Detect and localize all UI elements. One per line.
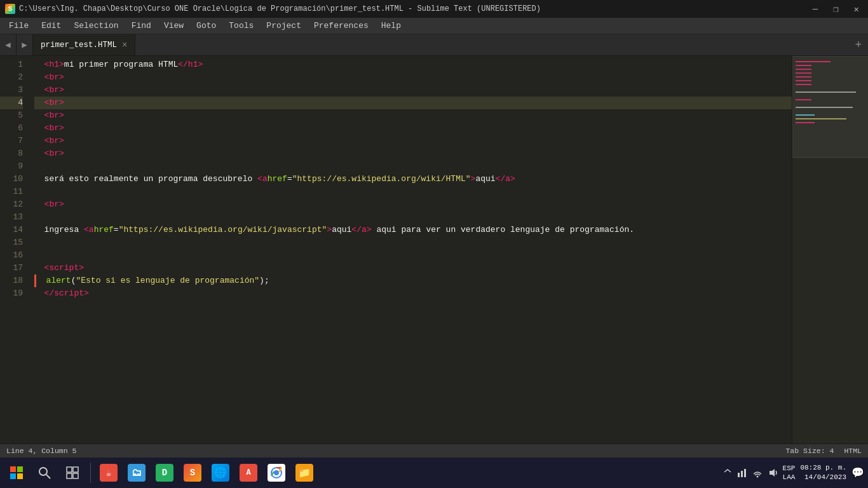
tab-label: primer_test.HTML [41,41,117,50]
menu-file[interactable]: File [3,19,35,32]
network-icon [737,468,747,478]
close-button[interactable]: ✕ [850,4,863,15]
taskbar: ☕ 🗂 D S 🌐 A 📁 [0,458,868,488]
windows-logo-icon [10,466,23,479]
line-number-10: 10 [0,173,23,186]
svg-rect-15 [10,466,16,472]
code-line-17: <script> [34,262,792,274]
edge-app-icon[interactable]: 🌐 [208,460,233,485]
svg-rect-14 [792,56,868,158]
menu-help[interactable]: Help [375,19,407,32]
menu-edit[interactable]: Edit [35,19,67,32]
new-tab-button[interactable]: + [849,34,868,55]
search-button[interactable] [32,460,57,485]
filemanager-icon: 📁 [295,464,313,482]
svg-rect-24 [73,473,78,478]
svg-point-26 [274,470,279,475]
maximize-button[interactable]: ❐ [829,4,842,15]
code-content[interactable]: <h1> mi primer programa HTML </h1> <br> … [29,56,792,444]
line-number-2: 2 [0,71,23,84]
menu-find[interactable]: Find [125,19,158,32]
minimize-button[interactable]: — [809,4,822,15]
autocad-icon: A [240,464,257,482]
line-number-4: 4 [0,97,23,109]
task-view-button[interactable] [60,460,85,485]
svg-point-30 [756,476,758,478]
line-number-14: 14 [0,224,23,236]
chrome-icon [268,464,285,482]
minimap-svg [792,56,868,437]
files-app-icon[interactable]: 🗂 [124,460,149,485]
dictionary-app-icon[interactable]: D [152,460,177,485]
tab-nav-right[interactable]: ▶ [17,34,33,55]
menu-tools[interactable]: Tools [222,19,260,32]
active-tab[interactable]: primer_test.HTML × [33,34,135,55]
language-mode[interactable]: HTML [844,447,862,455]
filemanager-app-icon[interactable]: 📁 [292,460,317,485]
taskbar-separator [90,463,91,483]
code-line-19: </script> [34,287,792,300]
code-line-10: será esto realmente un programa descubre… [34,173,792,186]
title-bar: S C:\Users\Ing. Chapa\Desktop\Curso ONE … [0,0,868,18]
tab-close-button[interactable]: × [122,41,127,50]
svg-rect-16 [17,466,23,472]
svg-rect-23 [67,473,72,478]
taskbar-right: ESP LAA 08:28 p. m. 14/04/2023 💬 [723,463,864,483]
window-controls: — ❐ ✕ [809,4,863,15]
sublime-app-icon[interactable]: S [180,460,205,485]
line-number-3: 3 [0,84,23,97]
line-number-19: 19 [0,287,23,300]
code-line-3: <br> [34,84,792,97]
chrome-app-icon[interactable] [264,460,289,485]
line-number-8: 8 [0,147,23,160]
search-icon [38,466,51,479]
tab-size[interactable]: Tab Size: 4 [785,447,834,455]
menu-project[interactable]: Project [260,19,308,32]
menu-bar: File Edit Selection Find View Goto Tools… [0,18,868,34]
tab-bar: ◀ ▶ primer_test.HTML × + [0,34,868,56]
java-icon: ☕ [100,464,118,482]
code-line-4: <br> [34,97,792,109]
code-line-1: <h1> mi primer programa HTML </h1> [34,58,792,71]
code-line-13 [34,211,792,224]
clock: 08:28 p. m. 14/04/2023 [800,463,846,483]
app-icon: S [5,4,15,14]
date-display: 14/04/2023 [800,473,846,482]
tab-nav-left[interactable]: ◀ [0,34,17,55]
autocad-app-icon[interactable]: A [236,460,261,485]
language-indicator[interactable]: ESP LAA [783,464,796,482]
task-view-icon [66,466,79,479]
dict-icon: D [156,464,173,482]
code-line-12: <br> [34,198,792,211]
time-display: 08:28 p. m. [800,463,846,473]
code-line-15 [34,236,792,249]
start-button[interactable] [4,460,29,485]
code-line-6: <br> [34,122,792,135]
svg-rect-29 [744,469,746,477]
line-number-9: 9 [0,160,23,173]
code-line-8: <br> [34,147,792,160]
cursor-position: Line 4, Column 5 [6,447,76,455]
svg-rect-21 [67,467,72,472]
code-line-7: <br> [34,135,792,147]
sublime-icon: S [184,464,201,482]
svg-point-19 [39,468,47,475]
line-number-5: 5 [0,109,23,122]
notification-icon[interactable]: 💬 [851,466,864,479]
menu-view[interactable]: View [158,19,190,32]
svg-rect-27 [738,473,740,477]
line-number-7: 7 [0,135,23,147]
line-number-16: 16 [0,249,23,262]
line-number-6: 6 [0,122,23,135]
menu-preferences[interactable]: Preferences [308,19,375,32]
code-line-14: ingresa <a href="https://es.wikipedia.or… [34,224,792,236]
svg-rect-18 [17,473,23,479]
svg-line-20 [46,475,50,478]
files-icon: 🗂 [128,464,146,482]
line-number-1: 1 [0,58,23,71]
java-app-icon[interactable]: ☕ [96,460,121,485]
menu-selection[interactable]: Selection [67,19,125,32]
system-tray-arrow[interactable] [723,468,732,477]
menu-goto[interactable]: Goto [190,19,222,32]
title-text: C:\Users\Ing. Chapa\Desktop\Curso ONE Or… [19,4,809,13]
